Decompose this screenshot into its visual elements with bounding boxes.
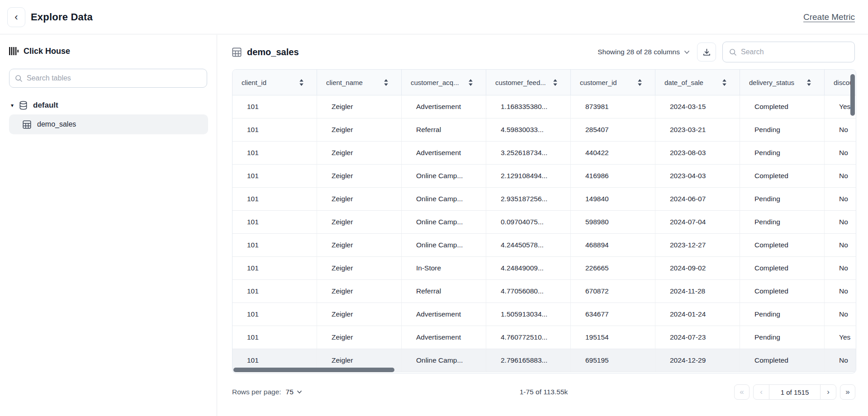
table-search-input[interactable] xyxy=(27,74,201,82)
table-cell: Yes xyxy=(825,326,856,349)
table-row[interactable]: 101ZeiglerAdvertisement1.168335380...873… xyxy=(232,95,856,118)
tree-item-table-demo-sales[interactable]: demo_sales xyxy=(9,114,208,134)
table-cell: 873981 xyxy=(571,95,655,118)
table-cell: No xyxy=(825,142,856,164)
column-header[interactable]: delivery_status xyxy=(740,70,825,95)
table-cell: 0.09704075... xyxy=(486,211,571,233)
table-cell: Zeigler xyxy=(317,118,402,141)
table-row[interactable]: 101ZeiglerIn-Store4.24849009...226665202… xyxy=(232,257,856,280)
table-cell: Online Camp... xyxy=(402,234,486,256)
table-cell: Completed xyxy=(740,349,825,372)
column-header[interactable]: customer_acq... xyxy=(402,70,486,95)
rows-per-page-select[interactable]: 75 xyxy=(286,388,302,396)
table-cell: 4.77056080... xyxy=(486,280,571,303)
table-cell: Pending xyxy=(740,142,825,164)
table-footer: Rows per page: 75 1-75 of 113.55k « ‹ 1 … xyxy=(232,379,855,405)
table-cell: 2024-07-04 xyxy=(655,211,740,233)
table-cell: 416986 xyxy=(571,165,655,187)
column-header[interactable]: client_name xyxy=(317,70,402,95)
table-cell: 149840 xyxy=(571,188,655,210)
chevron-right-icon: › xyxy=(827,388,830,397)
table-row[interactable]: 101ZeiglerReferral4.59830033...285407202… xyxy=(232,118,856,142)
page-indicator: 1 of 1515 xyxy=(769,385,821,399)
table-cell: Zeigler xyxy=(317,95,402,118)
table-cell: Zeigler xyxy=(317,142,402,164)
table-search-box xyxy=(9,69,207,88)
table-row[interactable]: 101ZeiglerReferral4.77056080...670872202… xyxy=(232,280,856,303)
table-cell: Zeigler xyxy=(317,280,402,303)
table-cell: 468894 xyxy=(571,234,655,256)
table-cell: 1.505913034... xyxy=(486,303,571,326)
table-row[interactable]: 101ZeiglerAdvertisement1.505913034...634… xyxy=(232,303,856,326)
rows-per-page-label: Rows per page: xyxy=(232,388,281,396)
chevron-down-icon xyxy=(297,390,302,394)
table-row[interactable]: 101ZeiglerOnline Camp...2.935187256...14… xyxy=(232,188,856,211)
column-header[interactable]: customer_id xyxy=(571,70,655,95)
tree-item-database[interactable]: ▾ default xyxy=(11,98,58,113)
table-cell: 670872 xyxy=(571,280,655,303)
previous-page-button[interactable]: ‹ xyxy=(754,385,769,399)
sort-icon xyxy=(299,79,304,86)
table-row[interactable]: 101ZeiglerOnline Camp...2.129108494...41… xyxy=(232,165,856,188)
table-cell: 695195 xyxy=(571,349,655,372)
table-row[interactable]: 101ZeiglerOnline Camp...4.24450578...468… xyxy=(232,234,856,257)
table-cell: Zeigler xyxy=(317,211,402,233)
sort-icon xyxy=(637,79,642,86)
columns-dropdown[interactable]: Showing 28 of 28 columns xyxy=(597,45,691,59)
column-header[interactable]: customer_feed... xyxy=(486,70,571,95)
create-metric-link[interactable]: Create Metric xyxy=(803,0,855,34)
column-header[interactable]: date_of_sale xyxy=(655,70,740,95)
table-cell: Zeigler xyxy=(317,326,402,349)
table-cell: In-Store xyxy=(402,257,486,279)
table-cell: Completed xyxy=(740,257,825,279)
sort-icon xyxy=(384,79,389,86)
table-cell: Zeigler xyxy=(317,257,402,279)
table-cell: No xyxy=(825,234,856,256)
last-page-button[interactable]: » xyxy=(840,384,855,400)
tree-table-label: demo_sales xyxy=(37,120,76,128)
horizontal-scrollbar[interactable] xyxy=(233,368,394,372)
sort-icon xyxy=(468,79,473,86)
data-grid: client_id client_name customer_acq... cu… xyxy=(232,69,856,373)
chevron-down-icon xyxy=(684,50,690,54)
table-cell: 3.252618734... xyxy=(486,142,571,164)
table-row[interactable]: 101ZeiglerAdvertisement3.252618734...440… xyxy=(232,142,856,165)
first-page-button[interactable]: « xyxy=(734,384,749,400)
column-header-label: customer_feed... xyxy=(495,79,546,86)
table-row[interactable]: 101ZeiglerAdvertisement4.760772510...195… xyxy=(232,326,856,349)
table-grid-icon xyxy=(232,47,242,57)
table-cell: 2024-11-28 xyxy=(655,280,740,303)
download-button[interactable] xyxy=(697,43,716,61)
pagination: « ‹ 1 of 1515 › » xyxy=(734,384,855,400)
table-cell: 2.129108494... xyxy=(486,165,571,187)
table-cell: 101 xyxy=(232,303,317,326)
rows-per-page-value: 75 xyxy=(286,388,294,396)
table-cell: Zeigler xyxy=(317,234,402,256)
data-search-input[interactable] xyxy=(741,48,848,56)
table-cell: 285407 xyxy=(571,118,655,141)
column-header[interactable]: client_id xyxy=(232,70,317,95)
page-title: Explore Data xyxy=(31,0,93,34)
table-cell: 2024-03-15 xyxy=(655,95,740,118)
next-page-button[interactable]: › xyxy=(821,385,836,399)
table-cell: 101 xyxy=(232,165,317,187)
table-cell: Advertisement xyxy=(402,142,486,164)
vertical-scrollbar[interactable] xyxy=(850,74,855,116)
back-button[interactable]: ‹ xyxy=(7,7,25,27)
main-panel: demo_sales Showing 28 of 28 columns clie… xyxy=(218,35,868,416)
table-title: demo_sales xyxy=(247,47,299,57)
chevron-left-icon: ‹ xyxy=(14,11,18,23)
column-header-label: client_name xyxy=(326,79,363,86)
table-cell: No xyxy=(825,118,856,141)
table-cell: Online Camp... xyxy=(402,165,486,187)
table-cell: 2023-08-03 xyxy=(655,142,740,164)
table-cell: 4.760772510... xyxy=(486,326,571,349)
table-cell: Pending xyxy=(740,303,825,326)
table-cell: 101 xyxy=(232,257,317,279)
table-cell: 2024-01-24 xyxy=(655,303,740,326)
database-icon xyxy=(19,101,28,110)
double-chevron-left-icon: « xyxy=(740,388,744,397)
table-cell: No xyxy=(825,280,856,303)
table-row[interactable]: 101ZeiglerOnline Camp...0.09704075...598… xyxy=(232,211,856,234)
caret-down-icon: ▾ xyxy=(11,102,14,109)
